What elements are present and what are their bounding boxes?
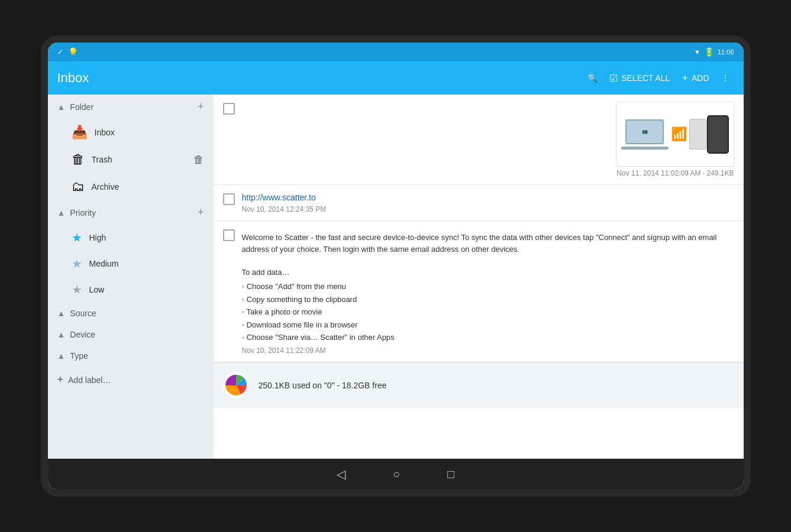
archive-folder-icon: 🗂: [72, 179, 85, 194]
bullet-3: Take a photo or movie: [242, 306, 734, 319]
email-checkbox-1[interactable]: [223, 103, 235, 115]
email-to-add-data: To add data…: [242, 268, 290, 277]
add-button[interactable]: + ADD: [677, 67, 713, 89]
email-item-2[interactable]: http://www.scatter.to Nov 10, 2014 12:24…: [214, 185, 744, 221]
sidebar-item-low[interactable]: ★ Low: [48, 277, 214, 303]
archive-label: Archive: [92, 182, 204, 192]
medium-star-icon: ★: [72, 257, 82, 271]
email-body-3: Welcome to Scatter - the fast and secure…: [242, 228, 734, 355]
app-title: Inbox: [57, 70, 583, 86]
more-button[interactable]: ⋮: [716, 69, 734, 87]
add-label-text: Add label…: [68, 375, 111, 385]
inbox-label: Inbox: [95, 128, 204, 137]
recent-button[interactable]: □: [447, 468, 454, 481]
home-button[interactable]: ○: [393, 468, 400, 481]
email-checkbox-2[interactable]: [223, 193, 235, 205]
status-bar: ✓ 💡 ▼ 🔋 11:06: [48, 43, 744, 61]
medium-label: Medium: [89, 259, 204, 268]
bullet-5: Choose "Share via… Scatter" in other App…: [242, 331, 734, 344]
select-all-button[interactable]: ☑ SELECT ALL: [605, 68, 674, 89]
priority-add-icon[interactable]: +: [198, 206, 204, 219]
inbox-folder-icon: 📥: [72, 125, 88, 140]
add-icon: +: [682, 72, 688, 85]
email-body-2: http://www.scatter.to Nov 10, 2014 12:24…: [242, 192, 734, 213]
folder-section-header[interactable]: ▲ Folder +: [48, 95, 214, 119]
battery-icon: 🔋: [704, 47, 714, 57]
notification-icon: 💡: [68, 47, 78, 57]
folder-add-icon[interactable]: +: [198, 100, 204, 113]
app-bar: Inbox 🔍 ☑ SELECT ALL + ADD ⋮: [48, 61, 744, 95]
search-button[interactable]: 🔍: [583, 69, 602, 87]
priority-section-label: Priority: [70, 208, 198, 218]
trash-folder-icon: 🗑: [72, 152, 85, 167]
email-date-3: Nov 10, 2014 11:22:09 AM: [242, 346, 734, 355]
email-preview-3: Welcome to Scatter - the fast and secure…: [242, 232, 734, 344]
trash-delete-icon[interactable]: 🗑: [193, 154, 204, 166]
time-display: 11:06: [718, 48, 734, 56]
low-label: Low: [89, 285, 204, 294]
email-list: 📺 📶 Nov 11, 2014 11:02:09 AM · 249.1: [214, 95, 744, 459]
source-section-label: Source: [70, 309, 204, 318]
bullet-4: Download some file in a browser: [242, 319, 734, 332]
priority-section-header[interactable]: ▲ Priority +: [48, 200, 214, 225]
add-label-icon: +: [57, 374, 64, 386]
add-label-row[interactable]: + Add label…: [48, 366, 214, 393]
storage-row: 250.1KB used on "0" - 18.2GB free: [214, 362, 744, 408]
thumbnail-image-1: 📺 📶: [616, 102, 734, 167]
type-collapse-icon: ▲: [57, 351, 66, 361]
email-text-3: Welcome to Scatter - the fast and secure…: [242, 233, 717, 254]
device-frame: ✓ 💡 ▼ 🔋 11:06 Inbox 🔍 ☑ SELECT ALL: [41, 35, 751, 497]
storage-text: 250.1KB used on "0" - 18.2GB free: [259, 381, 387, 390]
folder-collapse-icon: ▲: [57, 102, 66, 112]
high-label: High: [89, 233, 204, 242]
priority-collapse-icon: ▲: [57, 208, 66, 218]
email-link-2[interactable]: http://www.scatter.to: [242, 193, 316, 202]
email-date-1: Nov 11, 2014 11:02:09 AM · 249.1KB: [616, 169, 734, 177]
status-bar-right: ▼ 🔋 11:06: [694, 47, 734, 57]
wifi-icon: ▼: [694, 48, 700, 56]
low-star-icon: ★: [72, 283, 82, 297]
source-section-header[interactable]: ▲ Source: [48, 303, 214, 324]
sidebar-item-high[interactable]: ★ High: [48, 225, 214, 251]
device-collapse-icon: ▲: [57, 330, 66, 339]
nav-bar: ◁ ○ □: [48, 459, 744, 489]
source-collapse-icon: ▲: [57, 309, 66, 318]
device-section-header[interactable]: ▲ Device: [48, 324, 214, 345]
thumb-content: 📺 📶: [616, 102, 734, 166]
sidebar-item-medium[interactable]: ★ Medium: [48, 251, 214, 277]
email-thumbnail-1: 📺 📶 Nov 11, 2014 11:02:09 AM · 249.1: [616, 102, 734, 177]
high-star-icon: ★: [72, 231, 82, 245]
add-label: ADD: [692, 73, 709, 83]
more-icon: ⋮: [721, 73, 729, 83]
trash-label: Trash: [92, 155, 186, 164]
back-button[interactable]: ◁: [337, 467, 346, 481]
folder-section-label: Folder: [70, 102, 198, 112]
email-date-2: Nov 10, 2014 12:24:35 PM: [242, 205, 734, 213]
email-bullets-3: Choose "Add" from the menu Copy somethin…: [242, 280, 734, 344]
search-icon: 🔍: [587, 73, 598, 83]
check-icon: ✓: [57, 48, 63, 56]
status-bar-left: ✓ 💡: [57, 47, 78, 57]
type-section-header[interactable]: ▲ Type: [48, 345, 214, 366]
main-content: ▲ Folder + 📥 Inbox 🗑 Trash 🗑 🗂: [48, 95, 744, 459]
checkbox-icon: ☑: [609, 73, 618, 84]
scatter-logo: [223, 372, 249, 398]
bullet-1: Choose "Add" from the menu: [242, 280, 734, 293]
sidebar-item-trash[interactable]: 🗑 Trash 🗑: [48, 146, 214, 173]
email-checkbox-3[interactable]: [223, 229, 235, 241]
bullet-2: Copy something to the clipboard: [242, 293, 734, 306]
sidebar-item-archive[interactable]: 🗂 Archive: [48, 173, 214, 200]
device-section-label: Device: [70, 330, 204, 339]
sidebar-item-inbox[interactable]: 📥 Inbox: [48, 119, 214, 146]
email-item-1[interactable]: 📺 📶 Nov 11, 2014 11:02:09 AM · 249.1: [214, 95, 744, 185]
select-all-label: SELECT ALL: [621, 73, 670, 83]
email-item-3[interactable]: Welcome to Scatter - the fast and secure…: [214, 221, 744, 362]
type-section-label: Type: [70, 351, 204, 361]
sidebar: ▲ Folder + 📥 Inbox 🗑 Trash 🗑 🗂: [48, 95, 214, 459]
device-screen: ✓ 💡 ▼ 🔋 11:06 Inbox 🔍 ☑ SELECT ALL: [48, 43, 744, 489]
app-bar-actions: 🔍 ☑ SELECT ALL + ADD ⋮: [583, 67, 734, 89]
